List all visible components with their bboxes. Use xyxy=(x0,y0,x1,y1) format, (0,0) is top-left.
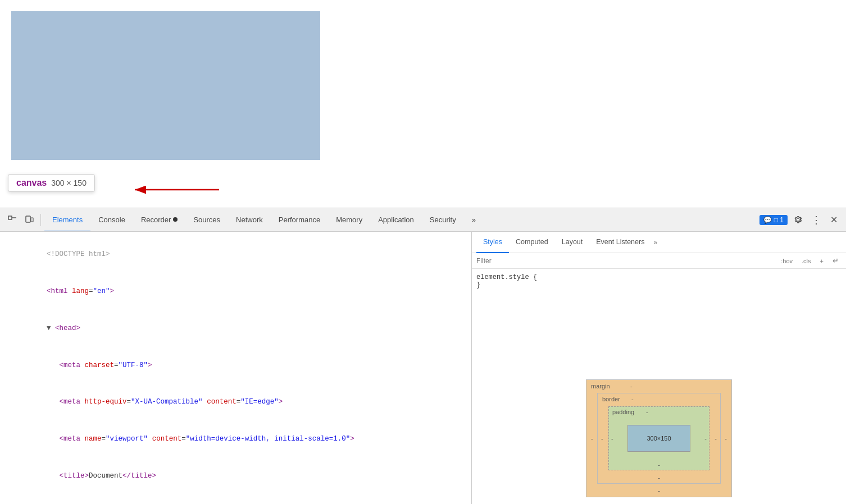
margin-label: margin xyxy=(591,383,610,390)
content-box: 300×150 xyxy=(627,425,690,452)
chat-icon: 💬 xyxy=(763,216,772,224)
styles-content: element.style { } xyxy=(472,269,846,373)
svg-rect-4 xyxy=(26,216,30,222)
settings-button[interactable] xyxy=(790,212,806,228)
page-wrapper: canvas 300 × 150 xyxy=(0,0,846,504)
tab-application[interactable]: Application xyxy=(370,208,422,231)
html-title-line[interactable]: <title>Document</title> xyxy=(0,458,471,495)
hov-button[interactable]: :hov xyxy=(778,256,795,265)
canvas-preview xyxy=(11,11,320,160)
toolbar-divider xyxy=(40,214,41,226)
tab-console[interactable]: Console xyxy=(90,208,133,231)
tab-security[interactable]: Security xyxy=(422,208,464,231)
more-options-button[interactable]: ⋮ xyxy=(808,212,824,228)
more-tabs-icon: » xyxy=(472,216,476,224)
margin-dash-top-label: - xyxy=(630,383,633,390)
tab-memory[interactable]: Memory xyxy=(328,208,370,231)
styles-tab-layout[interactable]: Layout xyxy=(555,232,590,253)
inspect-element-button[interactable] xyxy=(4,212,20,228)
filter-actions: :hov .cls + ↵ xyxy=(778,255,842,266)
box-model: margin - - - - border - - - xyxy=(586,379,732,497)
browser-viewport: canvas 300 × 150 xyxy=(0,0,846,208)
devtools-panel: Elements Console Recorder Sources Networ… xyxy=(0,208,846,504)
html-doctype-line: <!DOCTYPE html> xyxy=(0,236,471,273)
html-head-close-line[interactable]: </head> xyxy=(0,494,471,504)
styles-tab-styles[interactable]: Styles xyxy=(476,232,509,253)
tooltip-tag: canvas xyxy=(16,178,47,188)
padding-right-dash: - xyxy=(704,435,707,442)
content-size: 300×150 xyxy=(647,435,671,442)
tooltip-arrow xyxy=(129,181,225,198)
new-rule-button[interactable]: ↵ xyxy=(830,255,842,266)
elements-panel[interactable]: <!DOCTYPE html> <html lang="en"> ▼ <head… xyxy=(0,232,472,504)
border-label: border xyxy=(602,396,620,402)
devtools-toolbar: Elements Console Recorder Sources Networ… xyxy=(0,208,846,232)
filter-input[interactable] xyxy=(476,257,774,265)
svg-rect-2 xyxy=(8,216,12,219)
padding-left-dash: - xyxy=(611,435,613,442)
box-model-container: margin - - - - border - - - xyxy=(472,373,846,504)
border-bottom-dash: - xyxy=(658,474,660,481)
device-toggle-button[interactable] xyxy=(21,212,37,228)
tab-sources[interactable]: Sources xyxy=(185,208,228,231)
chat-badge[interactable]: 💬 □ 1 xyxy=(759,215,788,225)
styles-panel: Styles Computed Layout Event Listeners » xyxy=(472,232,846,504)
styles-tabs: Styles Computed Layout Event Listeners » xyxy=(472,232,846,253)
tab-network[interactable]: Network xyxy=(228,208,271,231)
html-meta-compat-line[interactable]: <meta http-equiv="X-UA-Compatible" conte… xyxy=(0,384,471,421)
close-devtools-button[interactable]: ✕ xyxy=(826,212,842,228)
tab-performance[interactable]: Performance xyxy=(271,208,328,231)
recorder-badge xyxy=(173,217,178,222)
margin-right-dash: - xyxy=(725,435,727,442)
tab-recorder[interactable]: Recorder xyxy=(133,208,185,231)
html-head-open-line[interactable]: ▼ <head> xyxy=(0,310,471,347)
padding-dash: - xyxy=(646,409,648,415)
add-style-button[interactable]: + xyxy=(817,256,826,265)
border-left-dash: - xyxy=(601,435,603,442)
filter-bar: :hov .cls + ↵ xyxy=(472,253,846,269)
padding-label: padding xyxy=(612,409,634,415)
margin-left-dash: - xyxy=(591,435,593,442)
close-icon: ✕ xyxy=(830,214,838,225)
element-style-rule: element.style { } xyxy=(476,273,842,289)
tab-more[interactable]: » xyxy=(464,208,484,231)
html-tag-line[interactable]: <html lang="en"> xyxy=(0,273,471,310)
devtools-content: <!DOCTYPE html> <html lang="en"> ▼ <head… xyxy=(0,232,846,504)
border-right-dash: - xyxy=(715,435,717,442)
margin-bottom-dash: - xyxy=(658,487,660,494)
toolbar-right: 💬 □ 1 ⋮ ✕ xyxy=(759,212,842,228)
canvas-tooltip: canvas 300 × 150 xyxy=(8,174,95,192)
ellipsis-vertical-icon: ⋮ xyxy=(811,214,821,226)
styles-tab-event-listeners[interactable]: Event Listeners xyxy=(589,232,651,253)
devtools-tabs: Elements Console Recorder Sources Networ… xyxy=(44,208,758,231)
tab-elements[interactable]: Elements xyxy=(44,208,90,231)
styles-tab-more[interactable]: » xyxy=(653,239,657,246)
svg-rect-5 xyxy=(31,218,33,222)
html-meta-viewport-line[interactable]: <meta name="viewport" content="width=dev… xyxy=(0,421,471,458)
styles-tab-computed[interactable]: Computed xyxy=(509,232,555,253)
tooltip-dimensions: 300 × 150 xyxy=(51,178,87,187)
cls-button[interactable]: .cls xyxy=(799,256,814,265)
border-dash: - xyxy=(631,396,634,402)
html-meta-charset-line[interactable]: <meta charset="UTF-8"> xyxy=(0,347,471,384)
padding-bottom-dash: - xyxy=(658,461,660,468)
